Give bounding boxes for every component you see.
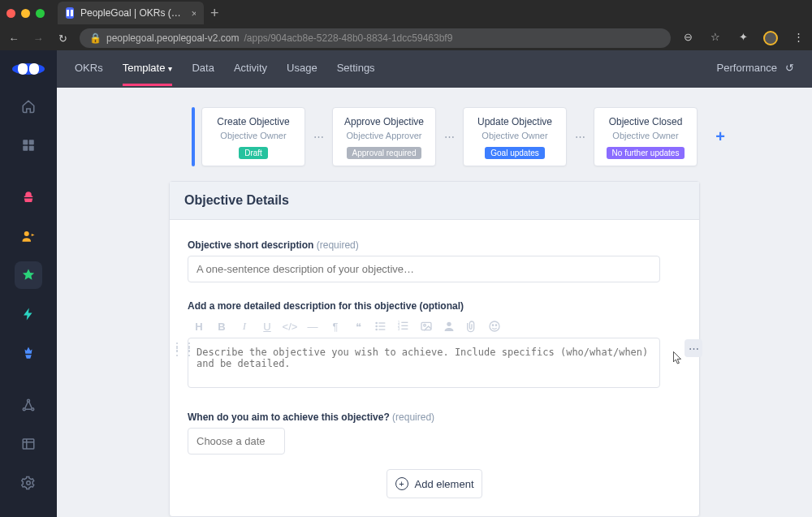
add-step-button[interactable]: + — [709, 127, 732, 146]
bookmark-icon[interactable]: ☆ — [708, 31, 723, 45]
maximize-window[interactable] — [36, 9, 45, 18]
step-subtitle: Objective Owner — [612, 131, 678, 140]
svg-point-6 — [28, 399, 30, 402]
short-desc-input[interactable] — [188, 256, 660, 282]
svg-point-27 — [495, 325, 496, 325]
undo-icon[interactable]: ↺ — [785, 62, 794, 74]
tab-data[interactable]: Data — [192, 62, 214, 74]
paragraph-icon[interactable]: ¶ — [329, 321, 342, 333]
rich-text-toolbar: H B I U </> — ¶ ❝ 123 — [192, 320, 681, 333]
url-path: /apps/904acb8e-5228-48b0-8834-1dcc59463b… — [244, 32, 452, 44]
new-tab-button[interactable]: + — [210, 5, 219, 22]
lock-icon: 🔒 — [89, 32, 102, 44]
nav-item-orange[interactable] — [15, 222, 42, 250]
nav-item-pink[interactable] — [15, 183, 42, 211]
nav-dashboard[interactable] — [15, 131, 42, 159]
extensions-icon[interactable]: ✦ — [736, 31, 750, 45]
svg-text:3: 3 — [398, 327, 400, 331]
heading-icon[interactable]: H — [192, 321, 205, 333]
svg-rect-19 — [401, 325, 408, 326]
svg-point-9 — [27, 481, 31, 485]
workflow-step[interactable]: Approve Objective Objective Approver App… — [332, 107, 436, 166]
emoji-icon[interactable] — [488, 320, 501, 333]
status-badge: Approval required — [347, 147, 422, 159]
svg-rect-1 — [29, 140, 34, 144]
nav-table[interactable] — [15, 430, 42, 458]
url-host: peoplegoal.peoplegoal-v2.com — [106, 32, 239, 44]
svg-point-25 — [490, 321, 499, 331]
card-title: Objective Details — [184, 193, 685, 208]
profile-avatar-icon[interactable] — [763, 31, 778, 45]
step-options-icon[interactable]: ⋯ — [443, 131, 456, 143]
svg-rect-8 — [23, 439, 34, 449]
cursor-icon — [672, 351, 684, 365]
svg-rect-11 — [378, 322, 385, 323]
browser-tabbar: PeopleGoal | OKRs (Objectives… × + — [0, 0, 812, 26]
svg-rect-21 — [401, 329, 408, 330]
svg-rect-15 — [378, 329, 385, 330]
code-icon[interactable]: </> — [283, 321, 296, 333]
nav-back-icon[interactable]: ← — [6, 32, 21, 45]
divider-icon[interactable]: — — [306, 321, 319, 333]
svg-rect-2 — [23, 146, 28, 151]
step-subtitle: Objective Owner — [220, 131, 286, 140]
nav-home[interactable] — [15, 93, 42, 120]
form-card: Objective Details Objective short descri… — [169, 181, 700, 517]
step-options-icon[interactable]: ⋯ — [573, 131, 587, 143]
italic-icon[interactable]: I — [238, 320, 251, 333]
mention-icon[interactable] — [443, 320, 456, 333]
add-element-button[interactable]: + Add element — [387, 469, 482, 498]
nav-item-teal[interactable] — [15, 300, 42, 328]
due-date-input[interactable] — [188, 428, 285, 455]
workflow-step[interactable]: Update Objective Objective Owner Goal up… — [463, 107, 567, 166]
step-title: Objective Closed — [609, 116, 683, 127]
numbered-list-icon[interactable]: 123 — [397, 320, 410, 333]
bullet-list-icon[interactable] — [374, 320, 387, 333]
nav-settings[interactable] — [15, 469, 42, 497]
tab-activity[interactable]: Activity — [234, 62, 267, 74]
svg-rect-0 — [23, 140, 28, 144]
nav-item-blue[interactable] — [15, 339, 42, 367]
status-badge: Draft — [239, 147, 268, 159]
svg-rect-13 — [378, 325, 385, 326]
bold-icon[interactable]: B — [215, 321, 228, 333]
status-badge: Goal updates — [485, 147, 545, 159]
menu-icon[interactable]: ⋮ — [791, 31, 806, 45]
step-options-icon[interactable]: ⋯ — [312, 131, 326, 143]
chevron-down-icon: ▾ — [168, 64, 172, 73]
browser-tab[interactable]: PeopleGoal | OKRs (Objectives… × — [58, 2, 204, 24]
svg-point-4 — [24, 231, 29, 236]
nav-network[interactable] — [15, 391, 42, 419]
card-header: Objective Details — [170, 182, 699, 220]
drag-handle-icon[interactable]: ⋮⋮⋮⋮ — [171, 344, 196, 354]
workflow-step[interactable]: Objective Closed Objective Owner No furt… — [594, 107, 698, 166]
image-icon[interactable] — [420, 320, 433, 333]
nav-reload-icon[interactable]: ↻ — [55, 32, 70, 45]
favicon-icon — [66, 7, 74, 19]
brand-logo[interactable] — [12, 63, 45, 75]
minimize-window[interactable] — [21, 9, 30, 18]
tab-usage[interactable]: Usage — [287, 62, 317, 74]
tab-okrs[interactable]: OKRs — [75, 62, 103, 74]
underline-icon[interactable]: U — [261, 321, 274, 333]
attachment-icon[interactable] — [465, 320, 478, 333]
nav-item-green[interactable] — [15, 261, 42, 289]
svg-rect-3 — [29, 146, 34, 151]
field-options-button[interactable]: ⋯ — [685, 339, 702, 357]
workflow-step[interactable]: Create Objective Objective Owner Draft — [201, 107, 305, 166]
svg-point-5 — [23, 408, 25, 411]
breadcrumb-label[interactable]: Performance — [717, 62, 777, 74]
svg-rect-17 — [401, 322, 408, 323]
close-window[interactable] — [6, 9, 15, 18]
browser-toolbar: ← → ↻ 🔒 peoplegoal.peoplegoal-v2.com/app… — [0, 26, 812, 50]
quote-icon[interactable]: ❝ — [352, 321, 365, 333]
close-tab-icon[interactable]: × — [192, 7, 196, 19]
address-bar[interactable]: 🔒 peoplegoal.peoplegoal-v2.com/apps/904a… — [80, 28, 671, 48]
nav-forward-icon[interactable]: → — [31, 32, 45, 45]
long-desc-input[interactable] — [188, 338, 660, 388]
step-title: Update Objective — [477, 116, 552, 127]
tab-settings[interactable]: Settings — [337, 62, 375, 74]
window-controls — [6, 9, 45, 18]
zoom-icon[interactable]: ⊖ — [680, 31, 695, 45]
tab-template[interactable]: Template▾ — [123, 62, 173, 74]
